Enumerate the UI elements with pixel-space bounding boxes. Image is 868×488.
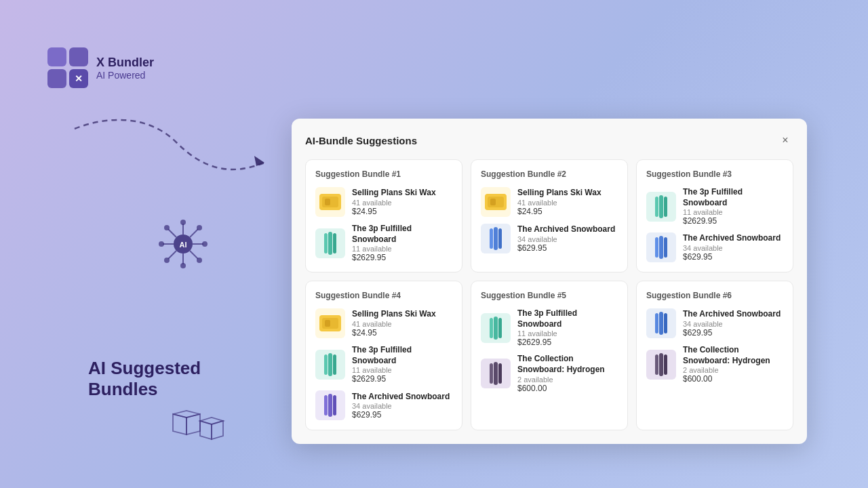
product-name: Selling Plans Ski Wax <box>352 188 436 199</box>
product-image <box>315 350 345 380</box>
bundle-card-2[interactable]: Suggestion Bundle #2 Selling Plans Ski W… <box>471 159 628 272</box>
modal-title: AI-Bundle Suggestions <box>305 135 417 146</box>
product-info: Selling Plans Ski Wax 41 available $24.9… <box>352 188 436 216</box>
product-item: The 3p Fulfilled Snowboard 11 available … <box>481 308 618 347</box>
product-available: 41 available <box>352 199 436 207</box>
svg-rect-27 <box>325 199 330 205</box>
product-image <box>481 224 511 253</box>
logo-area: ✕ X Bundler AI Powered <box>47 47 154 88</box>
svg-point-12 <box>180 263 186 268</box>
product-item: The Archived Snowboard 34 available $629… <box>315 390 452 420</box>
product-name: The Archived Snowboard <box>352 392 450 403</box>
product-item: Selling Plans Ski Wax 41 available $24.9… <box>315 187 452 217</box>
product-price: $2629.95 <box>683 216 783 226</box>
product-available: 2 available <box>517 375 618 384</box>
product-name: The 3p Fulfilled Snowboard <box>517 308 618 329</box>
svg-rect-42 <box>664 237 667 258</box>
bundle-title: Suggestion Bundle #6 <box>646 291 783 300</box>
svg-rect-51 <box>333 395 336 415</box>
product-item: The Archived Snowboard 34 available $629… <box>646 308 783 338</box>
product-info: The Archived Snowboard 34 available $629… <box>683 233 781 262</box>
product-name: The 3p Fulfilled Snowboard <box>683 187 783 208</box>
bundle-card-4[interactable]: Suggestion Bundle #4 Selling Plans Ski W… <box>305 281 462 430</box>
product-image <box>481 359 511 388</box>
product-info: The 3p Fulfilled Snowboard 11 available … <box>517 308 618 347</box>
svg-rect-45 <box>325 320 330 327</box>
product-price: $2629.95 <box>352 253 452 262</box>
product-image <box>646 192 676 222</box>
svg-marker-22 <box>200 418 223 424</box>
product-image <box>646 350 676 380</box>
svg-rect-38 <box>655 197 658 217</box>
product-available: 41 available <box>517 199 601 207</box>
product-info: The Archived Snowboard 34 available $629… <box>517 224 615 253</box>
bundle-card-5[interactable]: Suggestion Bundle #5 The 3p Fulfilled Sn… <box>471 281 628 430</box>
bundle-title: Suggestion Bundle #3 <box>646 169 783 179</box>
product-available: 11 available <box>683 208 783 216</box>
product-info: The Archived Snowboard 34 available $629… <box>683 309 781 338</box>
product-item: The 3p Fulfilled Snowboard 11 available … <box>315 224 452 262</box>
product-image <box>315 187 345 217</box>
product-available: 34 available <box>517 235 615 243</box>
svg-rect-39 <box>664 197 667 217</box>
svg-rect-57 <box>498 363 502 384</box>
svg-point-16 <box>197 258 202 263</box>
product-item: The Archived Snowboard 34 available $629… <box>646 232 783 262</box>
close-button[interactable]: × <box>777 132 793 148</box>
product-price: $600.00 <box>683 374 783 384</box>
product-price: $629.95 <box>683 252 781 262</box>
product-image <box>646 232 676 262</box>
svg-rect-56 <box>490 363 493 384</box>
product-available: 11 available <box>352 366 452 374</box>
svg-marker-19 <box>173 411 200 418</box>
svg-point-13 <box>159 241 164 247</box>
svg-rect-54 <box>498 318 502 338</box>
product-info: The Collection Snowboard: Hydrogen 2 ava… <box>683 345 783 384</box>
product-available: 34 available <box>683 244 781 252</box>
svg-marker-0 <box>254 156 264 166</box>
product-info: Selling Plans Ski Wax 41 available $24.9… <box>352 309 436 338</box>
product-name: The Collection Snowboard: Hydrogen <box>517 354 618 375</box>
modal: AI-Bundle Suggestions × Suggestion Bundl… <box>292 119 807 444</box>
product-price: $629.95 <box>352 410 450 420</box>
product-name: The 3p Fulfilled Snowboard <box>352 224 452 245</box>
svg-rect-60 <box>664 313 667 333</box>
svg-marker-20 <box>173 414 186 434</box>
svg-line-9 <box>190 229 198 237</box>
svg-rect-61 <box>659 353 663 376</box>
product-name: The Archived Snowboard <box>517 224 615 235</box>
product-item: The 3p Fulfilled Snowboard 11 available … <box>646 187 783 226</box>
svg-rect-55 <box>494 362 498 385</box>
svg-rect-53 <box>490 318 493 338</box>
product-name: The Archived Snowboard <box>683 233 781 244</box>
product-image <box>481 187 511 217</box>
product-item: Selling Plans Ski Wax 41 available $24.9… <box>481 187 618 217</box>
svg-rect-52 <box>494 317 498 340</box>
bundle-card-3[interactable]: Suggestion Bundle #3 The 3p Fulfilled Sn… <box>636 159 793 272</box>
product-available: 34 available <box>352 402 450 410</box>
svg-rect-62 <box>655 354 658 375</box>
svg-rect-28 <box>328 232 332 255</box>
svg-text:AI: AI <box>180 241 187 249</box>
svg-rect-63 <box>664 354 667 375</box>
app-subtitle: AI Powered <box>96 70 154 81</box>
bundle-card-1[interactable]: Suggestion Bundle #1 Selling Plans Ski W… <box>305 159 462 272</box>
product-available: 2 available <box>683 366 783 374</box>
bundle-title: Suggestion Bundle #1 <box>315 169 452 179</box>
product-price: $2629.95 <box>352 374 452 384</box>
svg-rect-47 <box>324 354 328 375</box>
bundle-title: Suggestion Bundle #5 <box>481 291 618 300</box>
product-price: $2629.95 <box>517 338 618 347</box>
product-price: $24.95 <box>517 207 601 216</box>
svg-marker-24 <box>212 421 223 439</box>
bundle-card-6[interactable]: Suggestion Bundle #6 The Archived Snowbo… <box>636 281 793 430</box>
svg-rect-33 <box>490 199 496 205</box>
product-item: The 3p Fulfilled Snowboard 11 available … <box>315 345 452 384</box>
svg-rect-50 <box>324 395 328 415</box>
svg-point-18 <box>164 258 170 263</box>
svg-rect-46 <box>328 353 332 376</box>
product-info: The 3p Fulfilled Snowboard 11 available … <box>352 224 452 262</box>
box-icons <box>163 401 231 447</box>
product-price: $24.95 <box>352 207 436 216</box>
svg-rect-30 <box>333 233 336 253</box>
